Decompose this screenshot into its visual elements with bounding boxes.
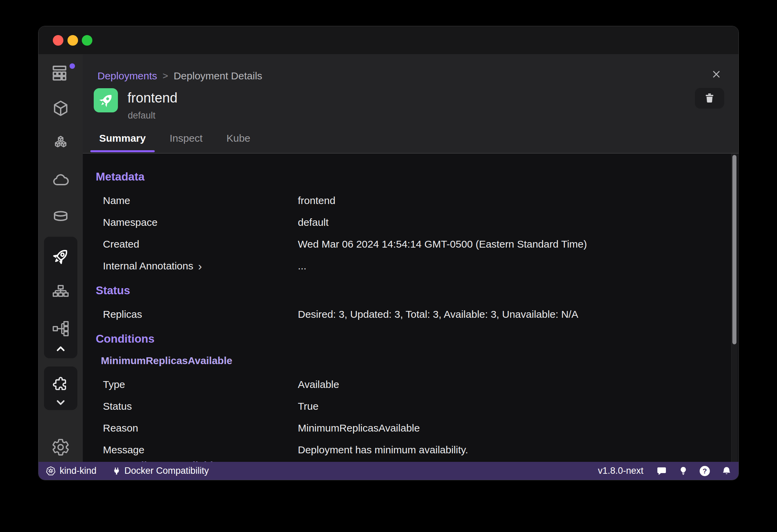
metadata-heading: Metadata	[96, 169, 711, 184]
row-label: Name	[103, 190, 298, 212]
docker-compatibility-status[interactable]: Docker Compatibility	[112, 466, 209, 476]
app-version: v1.8.0-next	[598, 466, 643, 476]
breadcrumb-separator: >	[163, 69, 168, 83]
page-header: Deployments > Deployment Details	[83, 54, 738, 154]
close-icon	[712, 69, 721, 80]
close-details-button[interactable]	[711, 70, 721, 80]
sidebar	[39, 54, 83, 462]
row-value: default	[298, 212, 711, 233]
scrollbar-track[interactable]	[731, 154, 738, 462]
tab-summary[interactable]: Summary	[90, 129, 155, 153]
condition-row-reason: Reason MinimumReplicasAvailable	[96, 417, 711, 439]
active-tab-indicator	[90, 150, 155, 152]
breadcrumb-deployments-link[interactable]: Deployments	[97, 69, 157, 83]
sidebar-item-containers[interactable]	[39, 99, 83, 118]
sidebar-item-deployments[interactable]	[39, 247, 83, 266]
detail-tabs: Summary Inspect Kube	[90, 129, 259, 153]
row-value: frontend	[298, 190, 711, 212]
titlebar	[39, 26, 738, 54]
status-row-replicas: Replicas Desired: 3, Updated: 3, Total: …	[96, 303, 711, 325]
page-title: frontend	[127, 89, 178, 107]
sidebar-expand-button[interactable]	[39, 394, 83, 411]
conditions-heading: Conditions	[96, 331, 711, 346]
condition-row-type: Type Available	[96, 374, 711, 395]
networking-icon	[52, 320, 70, 338]
sidebar-item-volumes[interactable]	[39, 207, 83, 226]
traffic-minimize-button[interactable]	[67, 35, 78, 46]
volumes-icon	[52, 208, 70, 225]
tab-inspect-label: Inspect	[170, 132, 203, 144]
row-label: Created	[103, 233, 298, 255]
row-value: True	[298, 395, 711, 417]
row-value: Deployment has minimum availability.	[298, 439, 711, 461]
row-value: ...	[298, 255, 711, 277]
row-label: Reason	[103, 417, 298, 439]
condition-row-status: Status True	[96, 395, 711, 417]
page-subtitle-namespace: default	[128, 110, 155, 121]
traffic-close-button[interactable]	[53, 35, 63, 46]
kubernetes-context-selector[interactable]: kind-kind	[45, 466, 96, 476]
tab-summary-label: Summary	[99, 132, 146, 144]
row-label: Namespace	[103, 212, 298, 233]
feedback-chat-icon[interactable]	[656, 466, 667, 476]
row-value: Wed Mar 06 2024 14:54:14 GMT-0500 (Easte…	[298, 233, 711, 255]
sidebar-item-services[interactable]	[39, 283, 83, 302]
tab-kube[interactable]: Kube	[217, 129, 259, 153]
pods-cubes-icon	[52, 134, 70, 152]
scrollbar-thumb[interactable]	[732, 155, 736, 344]
sidebar-item-settings[interactable]	[39, 438, 83, 457]
chevron-down-icon	[53, 395, 68, 410]
trash-icon	[703, 92, 716, 105]
extensions-puzzle-icon	[52, 376, 70, 393]
metadata-row-created: Created Wed Mar 06 2024 14:54:14 GMT-050…	[96, 233, 711, 255]
kubernetes-cloud-icon	[52, 171, 70, 189]
help-icon[interactable]: ?	[700, 466, 710, 476]
deployments-rocket-icon	[51, 247, 70, 266]
chevron-right-icon: ›	[198, 255, 202, 277]
notification-dot	[70, 63, 75, 69]
app-window: Deployments > Deployment Details	[38, 26, 739, 480]
tab-kube-label: Kube	[226, 132, 250, 144]
metadata-row-internal-annotations: Internal Annotations › ...	[96, 255, 711, 277]
sidebar-item-networking[interactable]	[39, 319, 83, 338]
sidebar-item-extensions[interactable]	[39, 375, 83, 394]
sidebar-collapse-button[interactable]	[39, 341, 83, 357]
sidebar-item-pods[interactable]	[39, 134, 83, 153]
statusbar: kind-kind Docker Compatibility v1.8.0-ne…	[39, 462, 738, 480]
dashboard-icon	[51, 64, 70, 82]
traffic-zoom-button[interactable]	[82, 35, 92, 46]
settings-gear-icon	[51, 438, 70, 456]
kubernetes-wheel-icon	[45, 466, 56, 476]
sidebar-item-kubernetes[interactable]	[39, 171, 83, 190]
containers-cube-icon	[52, 99, 70, 117]
plug-icon	[112, 467, 121, 475]
chevron-up-icon	[53, 341, 68, 356]
tasks-lightbulb-icon[interactable]	[679, 466, 688, 476]
delete-deployment-button[interactable]	[695, 88, 724, 109]
services-sitemap-icon	[52, 284, 70, 301]
row-label: Status	[103, 395, 298, 417]
breadcrumb: Deployments > Deployment Details	[97, 69, 262, 83]
status-heading: Status	[96, 283, 711, 298]
help-question-glyph: ?	[700, 466, 710, 476]
deployment-rocket-badge	[94, 88, 118, 112]
notifications-bell-icon[interactable]	[721, 466, 732, 476]
internal-annotations-expander[interactable]: Internal Annotations ›	[103, 255, 298, 277]
row-value: Desired: 3, Updated: 3, Total: 3, Availa…	[298, 303, 711, 325]
breadcrumb-current-page: Deployment Details	[173, 69, 262, 83]
summary-content: Metadata Name frontend Namespace default…	[83, 154, 738, 462]
condition-name-minimum-replicas: MinimumReplicasAvailable	[101, 351, 711, 370]
sidebar-item-dashboard[interactable]	[39, 63, 83, 82]
row-value: Available	[298, 374, 711, 395]
metadata-row-namespace: Namespace default	[96, 212, 711, 233]
context-name: kind-kind	[60, 466, 96, 476]
docker-compatibility-label: Docker Compatibility	[124, 466, 209, 476]
tab-inspect[interactable]: Inspect	[161, 129, 212, 153]
metadata-row-name: Name frontend	[96, 190, 711, 212]
row-value: MinimumReplicasAvailable	[298, 417, 711, 439]
row-label: Type	[103, 374, 298, 395]
row-label: Internal Annotations	[103, 255, 193, 277]
row-label: Replicas	[103, 303, 298, 325]
